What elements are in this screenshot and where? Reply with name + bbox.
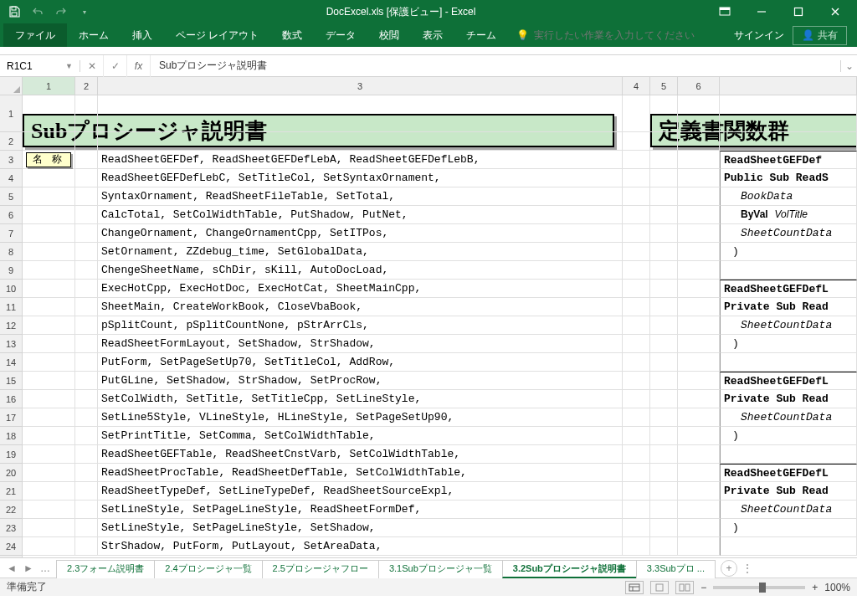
- cell[interactable]: [23, 132, 75, 151]
- cell[interactable]: BookData: [720, 187, 857, 206]
- sheet-tab[interactable]: 3.2Subプロシージャ説明書: [502, 560, 637, 578]
- cell[interactable]: Private Sub Read: [720, 298, 857, 316]
- cell[interactable]: [720, 353, 857, 372]
- cell[interactable]: [623, 501, 650, 519]
- cell[interactable]: [650, 187, 678, 206]
- cell[interactable]: [623, 132, 650, 151]
- cell[interactable]: [623, 445, 650, 464]
- cell[interactable]: [678, 445, 720, 464]
- cell[interactable]: [623, 335, 650, 353]
- cell[interactable]: [678, 519, 720, 537]
- sheet-tab[interactable]: 2.4プロシージャ一覧: [154, 560, 262, 578]
- row-header[interactable]: 12: [0, 316, 22, 335]
- cell[interactable]: [623, 206, 650, 224]
- cell[interactable]: [75, 206, 98, 224]
- cell[interactable]: ByVal VolTitle: [720, 206, 857, 224]
- cell[interactable]: [720, 261, 857, 280]
- cell[interactable]: [23, 390, 75, 408]
- cell[interactable]: SetLineStyle, SetPageLineStyle, SetShado…: [98, 519, 623, 537]
- col-header[interactable]: 1: [23, 77, 75, 95]
- cell[interactable]: [623, 408, 650, 427]
- cell[interactable]: [678, 464, 720, 482]
- redo-icon[interactable]: [50, 3, 72, 21]
- cell[interactable]: [623, 169, 650, 187]
- cell[interactable]: [23, 501, 75, 519]
- cell[interactable]: [75, 335, 98, 353]
- cell[interactable]: [23, 224, 75, 243]
- cell[interactable]: SheetCountData: [720, 316, 857, 335]
- cell[interactable]: [98, 95, 623, 132]
- cell[interactable]: [75, 501, 98, 519]
- cell[interactable]: [678, 482, 720, 501]
- cell[interactable]: [623, 537, 650, 556]
- view-normal-icon[interactable]: [625, 581, 644, 594]
- cell[interactable]: SetLineStyle, SetPageLineStyle, ReadShee…: [98, 501, 623, 519]
- cell[interactable]: [23, 353, 75, 372]
- add-sheet-button[interactable]: +: [721, 560, 737, 577]
- tab-file[interactable]: ファイル: [3, 23, 67, 47]
- cell[interactable]: [650, 353, 678, 372]
- cell[interactable]: [678, 187, 720, 206]
- cell[interactable]: [23, 537, 75, 556]
- sheet-tab[interactable]: 2.3フォーム説明書: [56, 560, 155, 578]
- cell[interactable]: [75, 95, 98, 132]
- cell[interactable]: [75, 316, 98, 335]
- cell[interactable]: [650, 316, 678, 335]
- cell[interactable]: Private Sub Read: [720, 482, 857, 501]
- tab-scroll-right-icon[interactable]: ►: [22, 562, 35, 574]
- close-button[interactable]: [817, 0, 854, 23]
- cell[interactable]: [720, 537, 857, 556]
- cell[interactable]: [23, 372, 75, 390]
- sheet-tab[interactable]: 3.3Subプロ ...: [636, 560, 716, 578]
- save-icon[interactable]: [3, 3, 25, 21]
- cell[interactable]: ReadSheetGEFTable, ReadSheetCnstVarb, Se…: [98, 445, 623, 464]
- tell-me-input[interactable]: [534, 29, 701, 41]
- cell[interactable]: [650, 408, 678, 427]
- cell[interactable]: [650, 390, 678, 408]
- cell[interactable]: [23, 95, 75, 132]
- cell[interactable]: [650, 519, 678, 537]
- cell[interactable]: [623, 151, 650, 169]
- cell[interactable]: 名 称: [23, 151, 75, 169]
- cell[interactable]: [678, 335, 720, 353]
- cell[interactable]: [650, 298, 678, 316]
- sheet-tab[interactable]: 2.5プロシージャフロー: [262, 560, 379, 578]
- cell[interactable]: ChangeOrnament, ChangeOrnamentCpp, SetIT…: [98, 224, 623, 243]
- cell[interactable]: [75, 261, 98, 280]
- col-header[interactable]: 5: [650, 77, 678, 95]
- row-header[interactable]: 23: [0, 519, 22, 537]
- maximize-button[interactable]: [780, 0, 817, 23]
- cell[interactable]: SyntaxOrnament, ReadSheetFileTable, SetT…: [98, 187, 623, 206]
- cell[interactable]: [75, 372, 98, 390]
- minimize-button[interactable]: [743, 0, 780, 23]
- cell[interactable]: [678, 353, 720, 372]
- cell[interactable]: [75, 537, 98, 556]
- cell[interactable]: [678, 372, 720, 390]
- view-pagebreak-icon[interactable]: [675, 581, 694, 594]
- share-button[interactable]: 👤 共有: [793, 26, 847, 45]
- cell[interactable]: [650, 501, 678, 519]
- cell[interactable]: SetOrnament, ZZdebug_time, SetGlobalData…: [98, 243, 623, 261]
- cell[interactable]: [678, 427, 720, 445]
- cell[interactable]: [623, 187, 650, 206]
- row-header[interactable]: 3: [0, 151, 22, 169]
- cell[interactable]: [650, 132, 678, 151]
- cell[interactable]: [650, 224, 678, 243]
- cell[interactable]: [23, 335, 75, 353]
- col-header[interactable]: 6: [678, 77, 720, 95]
- cell[interactable]: [623, 519, 650, 537]
- cell[interactable]: [678, 408, 720, 427]
- cell[interactable]: SheetCountData: [720, 501, 857, 519]
- undo-icon[interactable]: [27, 3, 49, 21]
- cell[interactable]: [75, 169, 98, 187]
- row-header[interactable]: 13: [0, 335, 22, 353]
- cell[interactable]: [678, 95, 720, 132]
- cell[interactable]: SheetMain, CreateWorkBook, CloseVbaBook,: [98, 298, 623, 316]
- cell[interactable]: [23, 169, 75, 187]
- cell[interactable]: ReadSheetGEFDefL: [720, 280, 857, 298]
- cell[interactable]: ReadSheetGEFDefLebC, SetTitleCol, SetSyn…: [98, 169, 623, 187]
- cell[interactable]: [678, 316, 720, 335]
- cell[interactable]: [75, 408, 98, 427]
- cell[interactable]: [75, 298, 98, 316]
- cell[interactable]: [650, 261, 678, 280]
